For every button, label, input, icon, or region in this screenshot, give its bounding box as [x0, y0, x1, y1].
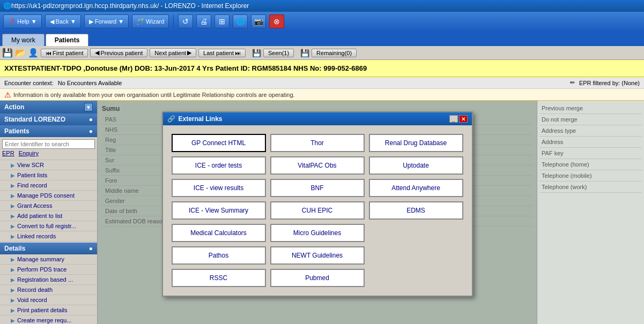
last-icon: ⏭ [235, 50, 241, 56]
micro-guidelines-button[interactable]: Micro Guidelines [270, 224, 365, 242]
ice-view-summary-button[interactable]: ICE - View Summary [172, 201, 266, 220]
back-button[interactable]: ◀ Back ▼ [45, 14, 81, 28]
edit-icon: ✏ [570, 79, 575, 86]
arrow-icon: ▶ [11, 257, 15, 262]
content-area: Sumu PAS NHS Reg Title [98, 101, 537, 324]
sidebar-item-print-patient[interactable]: ▶ Print patient details [0, 305, 97, 315]
nav-folder-icon: 📂 [15, 48, 26, 58]
modal-overlay: 🔗 External Links _ ✕ GP Connect HTML Tho… [98, 101, 537, 324]
seen-button[interactable]: Seen(1) [263, 49, 294, 57]
std-lorenzo-label: Standard LORENZO [4, 116, 65, 123]
dialog-minimize-button[interactable]: _ [449, 115, 458, 123]
warning-icon: ⚠ [4, 91, 11, 99]
print-button[interactable]: 🖨 [196, 14, 211, 28]
encounter-value: No Encounters Available [58, 80, 122, 86]
enquiry-link[interactable]: Enquiry [19, 150, 39, 156]
action-section-header[interactable]: Action ▼ [0, 101, 97, 114]
epr-filter-text: EPR filtered by: (None) [579, 80, 640, 86]
uptodate-button[interactable]: Uptodate [369, 156, 463, 175]
thor-button[interactable]: Thor [270, 134, 365, 152]
grid-button[interactable]: ⊞ [214, 14, 230, 28]
search-area: EPR Enquiry [0, 137, 97, 160]
action-expand-btn[interactable]: ▼ [84, 103, 93, 111]
sidebar-item-linked-records[interactable]: ▶ Linked records [0, 231, 97, 242]
arrow-icon: ▶ [11, 162, 15, 168]
nav-person-icon: 👤 [28, 48, 39, 58]
prev-icon: ◀ [95, 49, 99, 56]
sidebar-item-manage-summary[interactable]: ▶ Manage summary [0, 254, 97, 265]
sidebar-item-patient-lists[interactable]: ▶ Patient lists [0, 170, 97, 180]
arrow-icon: ▶ [11, 193, 15, 199]
remaining-button[interactable]: Remaining(0) [312, 49, 357, 57]
sidebar-item-convert[interactable]: ▶ Convert to full registr... [0, 221, 97, 231]
encounter-bar: Encounter context: No Encounters Availab… [0, 77, 644, 89]
patients-expand-btn[interactable]: ● [89, 127, 93, 135]
renal-drug-database-button[interactable]: Renal Drug Database [369, 134, 463, 152]
nav-tabs: My work Patients [0, 31, 644, 46]
bnf-button[interactable]: BNF [270, 179, 365, 197]
arrow-icon: ▶ [11, 203, 15, 209]
search-links: EPR Enquiry [2, 149, 95, 157]
warning-bar: ⚠ Information is only available from you… [0, 89, 644, 101]
sidebar-item-view-scr[interactable]: ▶ View SCR [0, 160, 97, 170]
camera-button[interactable]: 📷 [251, 14, 266, 28]
medical-calculators-button[interactable]: Medical Calculators [172, 224, 266, 242]
sidebar-item-void-record[interactable]: ▶ Void record [0, 295, 97, 305]
sidebar-item-create-merge[interactable]: ▶ Create merge requ... [0, 315, 97, 324]
std-lorenzo-icon: ● [89, 116, 93, 123]
arrow-icon: ▶ [11, 213, 15, 219]
details-expand-btn[interactable]: ● [89, 245, 93, 252]
forward-button[interactable]: ▶ Forward ▼ [84, 14, 129, 28]
right-panel-paf-key: PAF key [539, 148, 642, 159]
tab-mywork[interactable]: My work [2, 34, 45, 46]
sidebar-item-registration-based[interactable]: ▶ Registration based ... [0, 275, 97, 285]
wizard-button[interactable]: 🪄 Wizard [132, 14, 169, 28]
sidebar-item-record-death[interactable]: ▶ Record death [0, 285, 97, 295]
ice-order-tests-button[interactable]: ICE - order tests [172, 156, 266, 175]
last-patient-button[interactable]: Last patient ⏭ [198, 49, 246, 57]
sidebar-item-find-record[interactable]: ▶ Find record [0, 180, 97, 191]
attend-anywhere-button[interactable]: Attend Anywhere [369, 179, 463, 197]
sidebar-item-manage-pds[interactable]: ▶ Manage PDS consent [0, 191, 97, 201]
previous-patient-button[interactable]: ◀ Previous patient [90, 48, 147, 57]
sidebar-item-add-patient[interactable]: ▶ Add patient to list [0, 211, 97, 221]
title-bar: 🌐 https://uk1-pdlzorgmprod.lgn.hccp.thir… [0, 0, 644, 12]
ice-view-results-button[interactable]: ICE - view results [172, 179, 266, 197]
action-label: Action [4, 103, 24, 111]
cuh-epic-button[interactable]: CUH EPIC [270, 201, 365, 220]
arrow-icon: ▶ [11, 277, 15, 283]
pathos-button[interactable]: Pathos [172, 246, 266, 265]
next-patient-button[interactable]: Next patient ▶ [150, 48, 196, 57]
right-panel-previous-merge: Previous merge [539, 103, 642, 114]
refresh-button[interactable]: ↺ [178, 14, 193, 28]
external-links-dialog: 🔗 External Links _ ✕ GP Connect HTML Tho… [162, 111, 473, 297]
gp-connect-html-button[interactable]: GP Connect HTML [172, 134, 266, 152]
arrow-icon: ▶ [11, 307, 15, 313]
arrow-icon: ▶ [11, 318, 15, 323]
first-icon: ⏮ [46, 50, 51, 56]
pubmed-button[interactable]: Pubmed [270, 269, 365, 287]
edms-button[interactable]: EDMS [369, 201, 463, 220]
standard-lorenzo-button[interactable]: Standard LORENZO ● [0, 114, 97, 125]
patients-section-header[interactable]: Patients ● [0, 125, 97, 137]
stop-button[interactable]: ⊗ [269, 14, 284, 28]
sidebar-item-perform-pds[interactable]: ▶ Perform PDS trace [0, 265, 97, 275]
help-icon: ❓ [8, 18, 16, 25]
search-input[interactable] [2, 139, 95, 149]
right-panel-do-not-merge: Do not merge [539, 114, 642, 125]
arrow-icon: ▶ [11, 183, 15, 189]
sidebar-item-grant-access[interactable]: ▶ Grant Access [0, 201, 97, 211]
back-chevron-icon: ▼ [70, 18, 76, 25]
newt-guidelines-button[interactable]: NEWT Guidelines [270, 246, 365, 265]
details-section-header[interactable]: Details ● [0, 243, 97, 254]
network-button[interactable]: 🌐 [233, 14, 248, 28]
rssc-button[interactable]: RSSC [172, 269, 266, 287]
epr-link[interactable]: EPR [2, 150, 14, 156]
first-patient-button[interactable]: ⏮ First patient [41, 49, 88, 57]
help-button[interactable]: ❓ Help ▼ [3, 14, 42, 28]
nav-floppy-icon: 💾 [2, 48, 13, 58]
dialog-close-button[interactable]: ✕ [459, 115, 468, 123]
tab-patients[interactable]: Patients [46, 34, 89, 46]
toolbar-separator-1 [173, 15, 174, 28]
vitalpac-obs-button[interactable]: VitalPAC Obs [270, 156, 365, 175]
